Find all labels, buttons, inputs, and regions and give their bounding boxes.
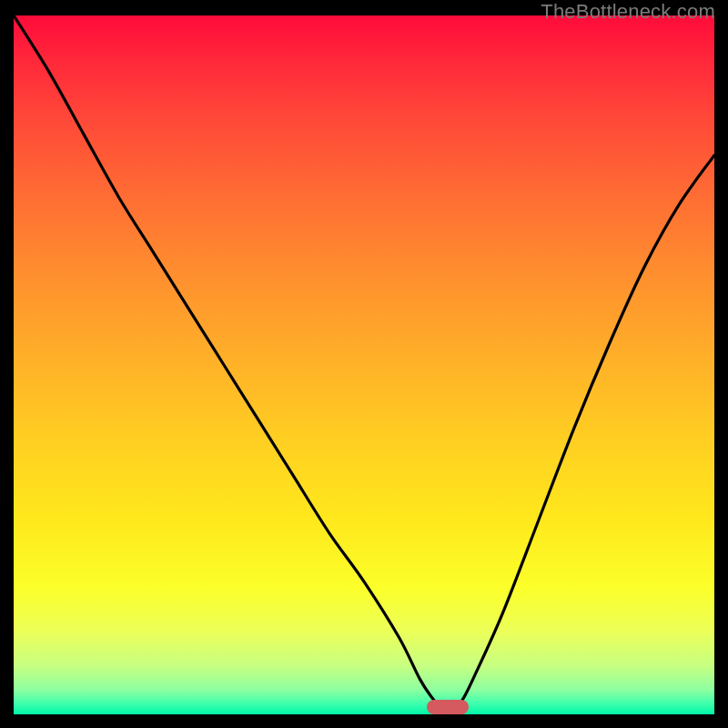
optimal-marker bbox=[427, 700, 469, 714]
bottleneck-curve bbox=[14, 15, 714, 714]
chart-frame: TheBottleneck.com bbox=[0, 0, 728, 728]
plot-area bbox=[14, 15, 714, 714]
watermark-text: TheBottleneck.com bbox=[541, 0, 715, 24]
